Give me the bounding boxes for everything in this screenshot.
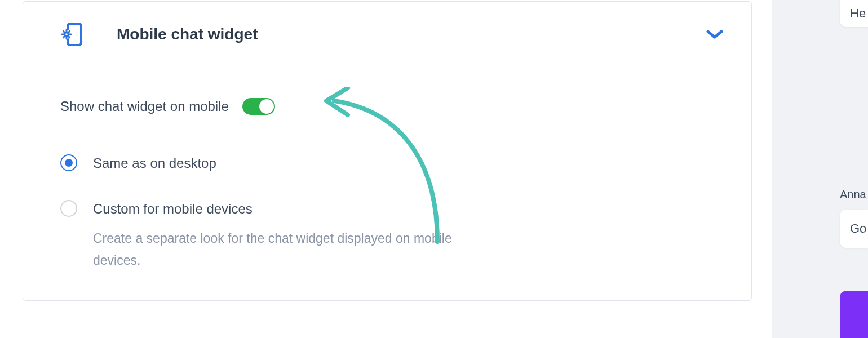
svg-line-7: [63, 31, 64, 32]
preview-message-bubble: He: [840, 0, 868, 27]
show-on-mobile-row: Show chat widget on mobile: [60, 98, 714, 115]
chat-preview-pane: He Anna Go: [783, 0, 868, 338]
svg-line-8: [69, 31, 70, 32]
card-title: Mobile chat widget: [117, 25, 706, 43]
svg-line-10: [69, 37, 70, 38]
chevron-down-icon[interactable]: [706, 26, 723, 43]
preview-footer: [840, 291, 868, 338]
svg-line-9: [63, 37, 64, 38]
toggle-thumb: [259, 99, 274, 114]
preview-message-text: Go: [850, 221, 866, 236]
appearance-radio-group: Same as on desktop Custom for mobile dev…: [60, 154, 714, 272]
radio-label: Same as on desktop: [93, 154, 216, 172]
radio-text: Same as on desktop: [93, 154, 216, 172]
radio-text: Custom for mobile devices Create a separ…: [93, 200, 476, 272]
preview-message-text: He: [850, 6, 866, 21]
mobile-chat-widget-card: Mobile chat widget Show chat widget on m…: [23, 1, 752, 301]
radio-option-same-as-desktop[interactable]: Same as on desktop: [60, 154, 714, 172]
toggle-label: Show chat widget on mobile: [60, 99, 229, 114]
preview-author-name: Anna: [840, 188, 866, 201]
settings-panel: Mobile chat widget Show chat widget on m…: [0, 0, 772, 338]
radio-description: Create a separate look for the chat widg…: [93, 228, 476, 272]
radio-label: Custom for mobile devices: [93, 200, 476, 217]
mobile-settings-icon: [60, 23, 83, 46]
show-on-mobile-toggle[interactable]: [242, 98, 275, 115]
card-body: Show chat widget on mobile Same as on de…: [23, 64, 751, 300]
radio-dot: [65, 159, 73, 167]
card-header[interactable]: Mobile chat widget: [23, 2, 751, 64]
radio-button[interactable]: [60, 154, 77, 171]
preview-message-bubble: Go: [840, 210, 868, 248]
radio-option-custom-mobile[interactable]: Custom for mobile devices Create a separ…: [60, 200, 714, 272]
radio-button[interactable]: [60, 200, 77, 217]
divider-gutter: [772, 0, 783, 338]
